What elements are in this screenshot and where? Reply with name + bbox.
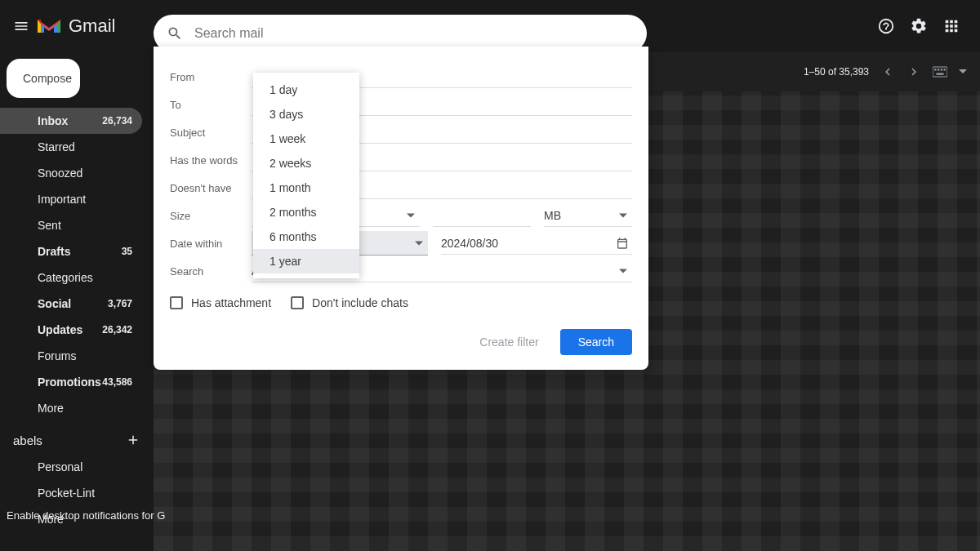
has-attachment-checkbox[interactable]: Has attachment <box>170 296 271 309</box>
compose-button[interactable]: Compose <box>7 59 80 98</box>
nav-label: Sent <box>38 219 132 232</box>
from-label: From <box>170 71 252 83</box>
nav-label: Forums <box>38 349 132 362</box>
svg-rect-2 <box>938 69 939 70</box>
chevron-down-icon <box>619 213 627 217</box>
nav-icon <box>11 166 26 180</box>
checkbox-icon <box>291 296 304 309</box>
to-label: To <box>170 99 252 111</box>
notification-prompt[interactable]: Enable desktop notifications for G <box>7 509 165 522</box>
search-input[interactable] <box>194 26 634 41</box>
date-within-label: Date within <box>170 238 252 250</box>
nav-icon <box>11 401 26 415</box>
nav-icon <box>11 218 26 233</box>
nav-icon <box>11 296 26 311</box>
nav-label: Categories <box>38 271 132 284</box>
search-icon <box>167 25 183 42</box>
next-page-icon[interactable] <box>906 64 921 79</box>
nav-icon <box>11 113 26 128</box>
search-in-label: Search <box>170 265 252 278</box>
nav-count: 26,342 <box>102 324 132 335</box>
calendar-icon[interactable] <box>616 237 629 250</box>
sidebar-item-starred[interactable]: Starred <box>0 134 142 160</box>
size-unit-select[interactable]: MB <box>544 204 632 227</box>
prev-page-icon[interactable] <box>880 64 895 79</box>
sidebar-item-drafts[interactable]: Drafts35 <box>0 238 142 264</box>
subject-label: Subject <box>170 127 252 139</box>
sidebar-item-forums[interactable]: Forums <box>0 343 142 369</box>
nav-count: 3,767 <box>108 298 132 309</box>
svg-rect-1 <box>934 69 936 70</box>
sidebar-item-inbox[interactable]: Inbox26,734 <box>0 108 142 134</box>
chevron-down-icon <box>407 213 415 217</box>
nav-label: Starred <box>38 140 132 153</box>
nav-count: 35 <box>122 246 132 257</box>
doesnt-have-label: Doesn't have <box>170 182 252 194</box>
checkbox-icon <box>170 296 183 309</box>
has-words-label: Has the words <box>170 154 252 167</box>
labels-header: abels <box>0 421 154 454</box>
pagination-text: 1–50 of 35,393 <box>804 66 869 78</box>
svg-rect-0 <box>933 67 947 77</box>
date-option[interactable]: 1 month <box>253 176 359 200</box>
nav-label: More <box>38 402 132 415</box>
date-option[interactable]: 3 days <box>253 102 359 127</box>
sidebar-item-snoozed[interactable]: Snoozed <box>0 160 142 186</box>
gear-icon[interactable] <box>910 17 928 35</box>
date-option[interactable]: 1 week <box>253 127 359 151</box>
sidebar-item-updates[interactable]: Updates26,342 <box>0 317 142 343</box>
nav-label: Promotions <box>38 375 102 389</box>
label-item-pocket-lint[interactable]: Pocket-Lint <box>0 480 142 506</box>
date-range-dropdown: 1 day3 days1 week2 weeks1 month2 months6… <box>253 73 359 278</box>
date-option[interactable]: 1 day <box>253 78 359 102</box>
sidebar-item-promotions[interactable]: Promotions43,586 <box>0 369 142 395</box>
svg-rect-5 <box>937 73 944 75</box>
menu-icon[interactable] <box>13 18 29 34</box>
size-label: Size <box>170 210 252 222</box>
help-icon[interactable] <box>877 17 895 35</box>
nav-label: Social <box>38 297 108 310</box>
date-option[interactable]: 1 year <box>253 249 359 273</box>
nav-count: 26,734 <box>102 115 132 127</box>
svg-rect-3 <box>941 69 942 70</box>
svg-rect-4 <box>944 69 946 70</box>
create-filter-button: Create filter <box>468 329 550 355</box>
nav-label: Important <box>38 193 132 206</box>
input-tools-icon[interactable] <box>933 66 947 78</box>
nav-icon <box>11 486 26 500</box>
advanced-search-panel: From To Subject Has the words Doesn't ha… <box>154 47 648 370</box>
size-value-field[interactable] <box>433 204 531 227</box>
sidebar-item-social[interactable]: Social3,767 <box>0 291 142 317</box>
search-button[interactable]: Search <box>560 329 632 355</box>
add-label-icon[interactable] <box>126 433 140 447</box>
nav-icon <box>11 349 26 363</box>
nav-label: Updates <box>38 323 102 336</box>
sidebar-item-sent[interactable]: Sent <box>0 212 142 238</box>
nav-icon <box>11 375 26 389</box>
app-name: Gmail <box>69 16 115 37</box>
no-chats-checkbox[interactable]: Don't include chats <box>291 296 408 309</box>
nav-count: 43,586 <box>102 376 132 388</box>
date-option[interactable]: 6 months <box>253 224 359 249</box>
nav-icon <box>11 192 26 207</box>
chevron-down-icon <box>619 269 627 273</box>
nav-label: Drafts <box>38 245 122 258</box>
date-option[interactable]: 2 weeks <box>253 151 359 176</box>
nav-icon <box>11 460 26 474</box>
input-tools-caret-icon[interactable] <box>959 68 967 76</box>
label-item-personal[interactable]: Personal <box>0 454 142 480</box>
nav-icon <box>11 322 26 337</box>
gmail-logo: Gmail <box>36 16 115 37</box>
apps-icon[interactable] <box>942 17 960 35</box>
chevron-down-icon <box>415 241 423 245</box>
sidebar-item-categories[interactable]: Categories <box>0 264 142 291</box>
nav-label: Inbox <box>38 114 102 127</box>
date-field[interactable]: 2024/08/30 <box>441 232 632 255</box>
nav-icon <box>11 140 26 154</box>
nav-icon <box>11 244 26 259</box>
sidebar-item-important[interactable]: Important <box>0 186 142 212</box>
sidebar-item-more[interactable]: More <box>0 395 142 421</box>
nav-icon <box>11 270 26 285</box>
date-option[interactable]: 2 months <box>253 200 359 224</box>
nav-label: Snoozed <box>38 167 132 180</box>
